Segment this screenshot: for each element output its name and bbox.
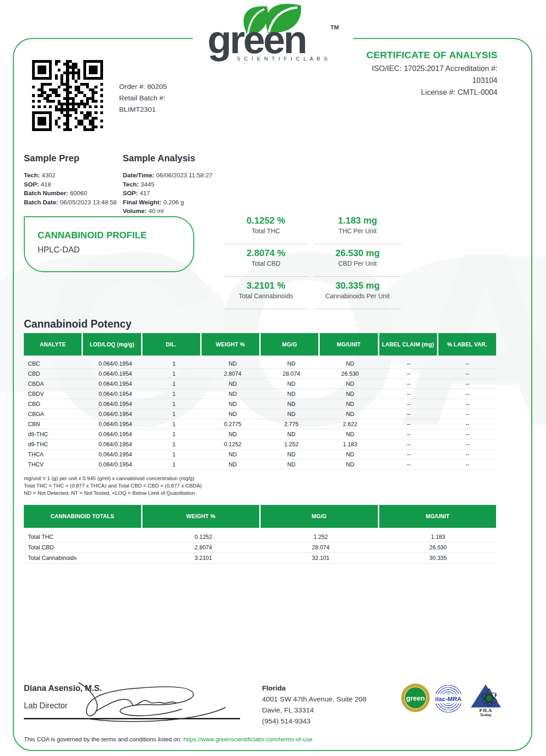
summary-value: 2.8074 % <box>224 248 308 258</box>
order-number: Order #: 80205 <box>119 81 167 92</box>
profile-title: CANNABINOID PROFILE <box>38 230 193 241</box>
detail-field: Tech:4302 <box>24 171 120 180</box>
qr-code <box>32 60 103 131</box>
detail-field: SOP:418 <box>24 180 120 189</box>
lab-address: Florida 4001 SW 47th Avenue, Suite 208 D… <box>262 683 366 727</box>
table-row: d8-THC 0.064/0.1954 1 ND ND ND -- -- <box>24 429 496 439</box>
column-header: MG/G <box>261 505 379 528</box>
license-number: License #: CMTL-0004 <box>259 86 497 98</box>
column-header: LABEL CLAIM (mg) <box>379 333 438 356</box>
lab-director-title: Lab Director <box>24 701 67 711</box>
column-header: MG/UNIT <box>379 505 497 528</box>
table-row: Total Cannabinoids 3.2101 32.101 30.335 <box>24 553 496 564</box>
table-row: CBN 0.064/0.1954 1 0.2775 2.775 2.622 --… <box>24 419 496 429</box>
summary-value: 1.183 mg <box>314 215 401 226</box>
table-row: Total THC 0.1252 1.252 1.183 <box>24 532 496 542</box>
summary-stats: 0.1252 % Total THC 1.183 mg THC Per Unit… <box>224 212 401 309</box>
sample-prep-fields: Tech:4302 SOP:418 Batch Number:60060 Bat… <box>24 171 120 207</box>
column-header: WEIGHT % <box>142 505 261 528</box>
table-row: CBDA 0.064/0.1954 1 ND ND ND -- -- <box>24 379 496 389</box>
sample-analysis-fields: Date/Time:06/06/2023 11:58:27 Tech:3445 … <box>123 171 228 216</box>
detail-field: Batch Number:60060 <box>24 189 120 198</box>
table-row: CBDV 0.064/0.1954 1 ND ND ND -- -- <box>24 389 496 399</box>
ilac-mra-icon: ilac-MRA <box>433 684 464 714</box>
summary-label: Total CBD <box>224 260 308 267</box>
table-row: THCV 0.064/0.1954 1 ND ND ND -- -- <box>24 460 496 470</box>
totals-header-row: CANNABINOID TOTALS WEIGHT % MG/G MG/UNIT <box>24 505 496 528</box>
potency-heading: Cannabinoid Potency <box>24 318 131 330</box>
svg-text:Testing: Testing <box>480 713 491 717</box>
address-state: Florida <box>262 684 286 692</box>
detail-field: Date/Time:06/06/2023 11:58:27 <box>123 171 228 180</box>
potency-body: CBC 0.064/0.1954 1 ND ND ND -- -- CBD 0.… <box>24 359 496 470</box>
summary-label: Total THC <box>224 227 308 235</box>
footnote-line: ND = Not Detected, NT = Not Tested, <LOQ… <box>24 489 202 497</box>
footnote-line: Total THC = THC + (0.877 x THCA) and Tot… <box>24 482 202 489</box>
table-row: d9-THC 0.064/0.1954 1 0.1252 1.252 1.183… <box>24 439 496 449</box>
cannabinoid-profile-box: CANNABINOID PROFILE HPLC-DAD <box>24 216 194 272</box>
sample-analysis-section: Sample Analysis Date/Time:06/06/2023 11:… <box>123 153 228 216</box>
column-header: MG/UNIT <box>320 333 379 356</box>
accreditation-line: ISO/IEC: 17025:2017 Accreditation #: <box>259 62 497 74</box>
table-row: THCA 0.064/0.1954 1 ND ND ND -- -- <box>24 449 496 460</box>
column-header: LOD/LOQ (mg/g) <box>83 333 142 356</box>
sample-prep-section: Sample Prep Tech:4302 SOP:418 Batch Numb… <box>24 153 120 207</box>
table-row: CBG 0.064/0.1954 1 ND ND ND -- -- <box>24 399 496 409</box>
summary-label: Total Cannabinoids <box>224 292 308 300</box>
table-row: CBD 0.064/0.1954 1 2.8074 28.074 26.530 … <box>24 369 496 379</box>
terms-link[interactable]: https://www.greenscientificlabs.com/term… <box>183 736 312 743</box>
summary-stat: 2.8074 % Total CBD <box>224 244 308 277</box>
column-header: CANNABINOID TOTALS <box>24 505 142 528</box>
terms-note: This COA is governed by the terms and co… <box>24 736 312 743</box>
address-line2: Davie, FL 33314 <box>262 705 366 716</box>
summary-stat: 3.2101 % Total Cannabinoids <box>224 277 308 309</box>
detail-field: Batch Date:06/05/2023 13:48:58 <box>24 198 120 207</box>
profile-method: HPLC-DAD <box>38 245 193 255</box>
detail-field: Final Weight:0.206 g <box>123 198 228 207</box>
retail-batch-label: Retail Batch #: <box>119 92 167 104</box>
summary-label: THC Per Unit <box>314 227 401 235</box>
footnote-line: mg/unit = 1 (g) per unit x 0.945 (g/ml) … <box>24 475 202 482</box>
green-seal-icon: green <box>401 684 430 712</box>
summary-value: 3.2101 % <box>224 280 308 291</box>
detail-field: SOP:417 <box>123 189 228 198</box>
summary-value: 0.1252 % <box>224 215 308 226</box>
column-header: ANALYTE <box>24 333 83 356</box>
column-header: % LABEL VAR. <box>438 333 496 356</box>
totals-table: CANNABINOID TOTALS WEIGHT % MG/G MG/UNIT… <box>24 505 496 564</box>
certificate-title: CERTIFICATE OF ANALYSIS <box>259 49 497 60</box>
pjla-icon: PJLA Testing <box>468 684 503 717</box>
column-header: WEIGHT % <box>202 333 261 356</box>
sample-prep-heading: Sample Prep <box>24 153 120 164</box>
column-header: MG/G <box>261 333 320 356</box>
summary-stat: 1.183 mg THC Per Unit <box>314 212 401 244</box>
potency-table: ANALYTE LOD/LOQ (mg/g) DIL. WEIGHT % MG/… <box>24 333 496 470</box>
column-header: DIL. <box>142 333 202 356</box>
address-line1: 4001 SW 47th Avenue, Suite 208 <box>262 694 366 705</box>
summary-stat: 26.530 mg CBD Per Unit <box>314 244 401 277</box>
table-row: Total CBD 2.8074 28.074 26.530 <box>24 542 496 553</box>
accreditation-badges: green ilac-MRA PJLA Testing <box>401 684 503 717</box>
summary-value: 30.335 mg <box>314 280 401 291</box>
accreditation-number: 103104 <box>259 74 497 86</box>
certificate-header: CERTIFICATE OF ANALYSIS ISO/IEC: 17025:2… <box>259 49 497 98</box>
potency-header-row: ANALYTE LOD/LOQ (mg/g) DIL. WEIGHT % MG/… <box>24 333 496 356</box>
summary-stat: 30.335 mg Cannabinoids Per Unit <box>314 277 401 309</box>
table-row: CBC 0.064/0.1954 1 ND ND ND -- -- <box>24 359 496 369</box>
summary-stat: 0.1252 % Total THC <box>224 212 308 244</box>
logo-tm: TM <box>330 24 339 31</box>
potency-footnotes: mg/unit = 1 (g) per unit x 0.945 (g/ml) … <box>24 475 202 497</box>
table-row: CBGA 0.064/0.1954 1 ND ND ND -- -- <box>24 409 496 419</box>
detail-field: Tech:3445 <box>123 180 228 189</box>
totals-body: Total THC 0.1252 1.252 1.183 Total CBD 2… <box>24 532 496 564</box>
sample-analysis-heading: Sample Analysis <box>123 153 228 164</box>
detail-field: Volume:40 ml <box>123 207 228 216</box>
address-phone: (954) 514-9343 <box>262 716 366 727</box>
retail-batch-value: BLIMT2301 <box>119 104 167 115</box>
svg-text:PJLA: PJLA <box>479 707 492 713</box>
summary-label: Cannabinoids Per Unit <box>314 292 401 300</box>
summary-value: 26.530 mg <box>314 248 401 258</box>
order-info: Order #: 80205 Retail Batch #: BLIMT2301 <box>119 81 167 115</box>
summary-label: CBD Per Unit <box>314 260 401 267</box>
signature-icon <box>69 674 243 723</box>
